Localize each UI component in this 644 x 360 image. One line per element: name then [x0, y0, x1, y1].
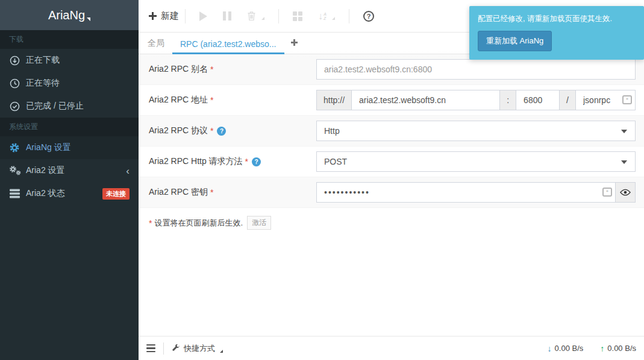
activate-tag[interactable]: 激活: [247, 216, 271, 230]
logo-caret-icon: [87, 17, 90, 21]
statusbar-divider: [163, 343, 164, 355]
new-task-label: 新建: [161, 10, 179, 22]
field-label: Aria2 RPC 密钥*: [149, 187, 316, 198]
rpc-host-input[interactable]: [351, 90, 500, 110]
sidebar-section-downloads: 下载: [0, 30, 139, 49]
sidebar-item-downloading[interactable]: 正在下载: [0, 49, 139, 72]
app-logo[interactable]: AriaNg: [0, 0, 139, 30]
chevron-down-icon: [621, 160, 627, 164]
sidebar-item-label: 正在下载: [26, 55, 60, 66]
pause-icon: [223, 11, 231, 21]
sidebar-item-aria2-status[interactable]: Aria2 状态 未连接: [0, 182, 139, 205]
toolbar-divider: [185, 9, 186, 24]
toggle-secret-visibility-button[interactable]: [615, 182, 636, 203]
slash-addon: /: [559, 90, 576, 110]
sidebar-item-stopped[interactable]: 已完成 / 已停止: [0, 95, 139, 118]
play-icon: [199, 11, 207, 21]
field-label: Aria2 RPC 地址*: [149, 95, 316, 106]
rpc-secret-input[interactable]: [316, 182, 616, 203]
caret-down-icon: [261, 17, 264, 20]
help-button[interactable]: ?: [363, 11, 374, 22]
start-task-button[interactable]: [199, 11, 207, 21]
gears-icon: [9, 165, 20, 176]
sidebar-section-settings: 系统设置: [0, 118, 139, 136]
delete-task-button[interactable]: [247, 11, 264, 21]
new-task-button[interactable]: 新建: [149, 10, 179, 22]
plus-icon: [149, 12, 157, 20]
clock-icon: [9, 78, 20, 89]
sidebar-item-aria2-settings[interactable]: Aria2 设置 ‹: [0, 159, 139, 182]
pause-task-button[interactable]: [223, 11, 231, 21]
arrow-circle-down-icon: [9, 55, 20, 66]
password-autofill-icon: ＊: [602, 188, 612, 197]
tab-global[interactable]: 全局: [140, 34, 172, 54]
caret-down-icon: [220, 350, 223, 353]
question-circle-icon: ?: [363, 11, 374, 22]
gear-icon: [9, 142, 20, 153]
scheme-addon: http://: [316, 90, 352, 110]
reload-ariang-button[interactable]: 重新加载 AriaNg: [478, 31, 552, 51]
sort-alpha-icon: ↓ AZ: [318, 11, 327, 21]
colon-addon: :: [499, 90, 516, 110]
password-autofill-icon: ＊: [622, 95, 632, 104]
required-asterisk: *: [210, 95, 213, 105]
upload-speed-value: 0.00 B/s: [607, 344, 636, 353]
toast-message: 配置已经修改, 请重新加载页面使其生效.: [478, 14, 636, 24]
download-arrow-icon: ↓: [548, 344, 552, 353]
eye-icon: [620, 189, 631, 196]
selected-protocol: Http: [324, 126, 340, 136]
form-row-secret: Aria2 RPC 密钥* ＊: [139, 177, 644, 208]
plus-icon: [291, 39, 298, 46]
grid-icon: [293, 11, 302, 21]
chevron-down-icon: [621, 130, 627, 133]
sidebar-item-waiting[interactable]: 正在等待: [0, 72, 139, 95]
form-row-method: Aria2 RPC Http 请求方法* ? POST: [139, 147, 644, 177]
sidebar-item-label: AriaNg 设置: [26, 142, 71, 153]
wrench-icon: [172, 344, 180, 353]
reload-toast: 配置已经修改, 请重新加载页面使其生效. 重新加载 AriaNg: [469, 6, 644, 60]
app-logo-text: AriaNg: [48, 8, 85, 22]
tab-rpc[interactable]: RPC (aria2.test2.webso...: [172, 35, 284, 54]
sidebar-item-label: 正在等待: [26, 78, 60, 89]
add-rpc-tab-button[interactable]: [284, 34, 304, 54]
trash-icon: [247, 11, 256, 21]
shortcuts-label: 快捷方式: [184, 343, 215, 354]
toolbar-divider: [349, 9, 349, 24]
toolbar-divider: [278, 9, 279, 24]
rpc-protocol-select[interactable]: Http: [316, 121, 636, 141]
rpc-http-method-select[interactable]: POST: [316, 151, 636, 172]
sort-button[interactable]: ↓ AZ: [318, 11, 335, 21]
required-asterisk: *: [245, 157, 248, 166]
field-label: Aria2 RPC 别名*: [149, 64, 316, 75]
sidebar-item-label: Aria2 状态: [26, 188, 65, 199]
method-help-icon[interactable]: ?: [252, 157, 261, 166]
sidebar-item-ariang-settings[interactable]: AriaNg 设置: [0, 136, 139, 159]
upload-speed: ↑ 0.00 B/s: [600, 344, 636, 353]
selected-method: POST: [324, 157, 347, 166]
status-bar: 快捷方式 ↓ 0.00 B/s ↑ 0.00 B/s: [139, 336, 644, 360]
chevron-left-icon: ‹: [126, 166, 130, 176]
required-asterisk: *: [210, 188, 213, 197]
field-label: Aria2 RPC Http 请求方法* ?: [149, 156, 316, 167]
shortcuts-button[interactable]: 快捷方式: [172, 343, 223, 354]
sidebar-item-label: Aria2 设置: [26, 165, 65, 176]
field-label: Aria2 RPC 协议* ?: [149, 125, 316, 136]
download-speed-value: 0.00 B/s: [555, 344, 584, 353]
download-speed: ↓ 0.00 B/s: [548, 344, 584, 353]
rpc-port-input[interactable]: [516, 90, 560, 110]
caret-down-icon: [332, 17, 335, 20]
ariang-app: AriaNg 下载 正在下载 正在等待 已完成 / 已停止 系统设置: [0, 0, 644, 360]
upload-arrow-icon: ↑: [600, 344, 604, 353]
rpc-alias-input[interactable]: [316, 59, 636, 80]
note-text: 设置将在页面刷新后生效.: [154, 218, 243, 229]
required-asterisk: *: [210, 65, 213, 74]
not-connected-badge: 未连接: [102, 188, 130, 200]
menu-bars-button[interactable]: [146, 344, 155, 353]
settings-note: * 设置将在页面刷新后生效. 激活: [139, 208, 644, 238]
sidebar: AriaNg 下载 正在下载 正在等待 已完成 / 已停止 系统设置: [0, 0, 139, 360]
check-circle-icon: [9, 101, 20, 112]
form-row-address: Aria2 RPC 地址* http:// : / ＊: [139, 85, 644, 116]
content-spacer: [139, 238, 644, 336]
view-mode-button[interactable]: [293, 11, 302, 21]
protocol-help-icon[interactable]: ?: [217, 127, 226, 136]
